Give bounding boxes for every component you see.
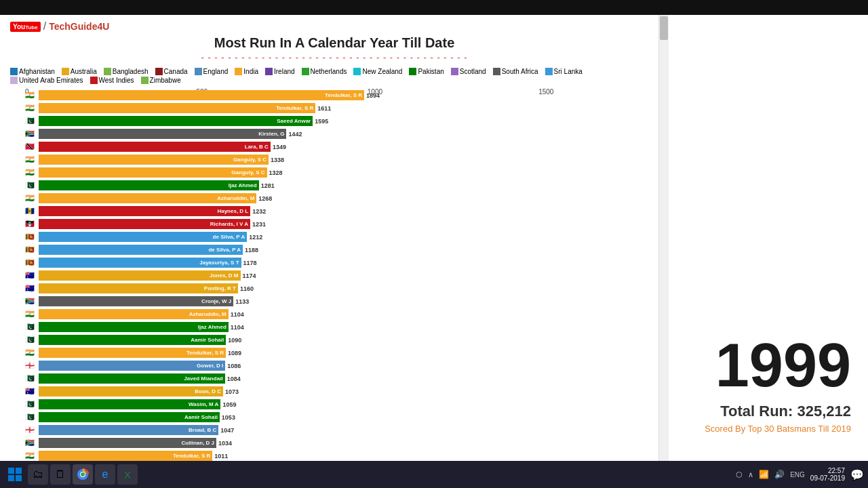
tray-notification-icon[interactable]: 💬 xyxy=(850,468,864,481)
bar-flag: 🏴󠁧󠁢󠁥󠁮󠁧󠁿 xyxy=(25,361,37,370)
bar-player-label: Ponting, R T xyxy=(204,285,238,291)
legend-color-bangladesh xyxy=(104,68,111,75)
bar-player-label: Ganguly, S C xyxy=(233,157,269,163)
bar-row: 🇵🇰Aamir Sohail1090 xyxy=(25,334,658,346)
bar-flag: 🇮🇳 xyxy=(25,194,37,203)
bar-value-label: 1232 xyxy=(252,208,266,215)
bar-value-label: 1894 xyxy=(366,92,380,99)
taskbar-icon-file[interactable]: 🗂 xyxy=(28,464,48,485)
clock-time: 22:57 xyxy=(828,467,845,474)
bar-fill: Haynes, D L xyxy=(39,206,250,216)
bar-flag: 🇦🇬 xyxy=(25,220,37,228)
legend-item-bangladesh: Bangladesh xyxy=(104,68,149,75)
taskbar-icon-onenote[interactable]: 🗒 xyxy=(50,464,71,485)
bar-value-label: 1442 xyxy=(288,131,302,138)
bar-fill: Wasim, M A xyxy=(39,399,220,409)
bar-row: 🇵🇰Aamir Sohail1053 xyxy=(25,411,658,423)
bar-flag: 🇱🇰 xyxy=(25,245,37,254)
bar-fill: Azharuddin, M xyxy=(39,193,256,203)
bar-fill: Ganguly, S C xyxy=(39,167,267,178)
bar-player-label: Lara, B C xyxy=(245,144,271,150)
bar-row: 🇦🇺Ponting, R T1160 xyxy=(25,283,658,294)
legend-color-pakistan xyxy=(409,68,416,75)
bar-value-label: 1174 xyxy=(243,272,256,279)
legend: Afghanistan Australia Bangladesh Canada … xyxy=(10,68,658,84)
bar-player-label: Richards, I V A xyxy=(210,221,250,227)
bar-fill: Gower, D I xyxy=(39,361,225,371)
bar-row: 🇮🇳Tendulkar, S R1011 xyxy=(25,450,658,461)
legend-color-uae xyxy=(10,77,18,84)
bar-row: 🇿🇦Cullinan, D J1034 xyxy=(25,437,658,449)
legend-color-westindies xyxy=(90,77,98,84)
bar-value-label: 1034 xyxy=(218,440,232,447)
legend-color-india xyxy=(235,68,242,75)
taskbar-icon-ie[interactable]: e xyxy=(95,464,115,485)
svg-rect-0 xyxy=(8,468,14,474)
bar-value-label: 1073 xyxy=(225,388,239,395)
bar-value-label: 1281 xyxy=(261,182,275,189)
yt-logo: YouTube xyxy=(10,22,41,32)
bar-fill: Azharuddin, M xyxy=(39,309,229,319)
start-button[interactable] xyxy=(4,464,26,485)
bar-fill: Boon, D C xyxy=(39,386,223,396)
bar-value-label: 1611 xyxy=(317,105,331,112)
bar-row: 🇮🇳Azharuddin, M1104 xyxy=(25,308,658,320)
scrollbar-thumb[interactable] xyxy=(660,16,668,40)
chrome-icon xyxy=(77,468,89,481)
bar-row: 🇿🇦Kirsten, G1442 xyxy=(25,128,658,140)
bar-player-label: Jayasuriya, S T xyxy=(199,260,241,266)
bar-row: 🇦🇬Richards, I V A1231 xyxy=(25,218,658,230)
bar-value-label: 1188 xyxy=(245,247,258,253)
taskbar-icon-excel[interactable]: X xyxy=(117,464,138,485)
bar-row: 🏴󠁧󠁢󠁥󠁮󠁧󠁿Gower, D I1086 xyxy=(25,360,658,371)
bar-fill: Aamir Sohail xyxy=(39,335,226,345)
bar-fill: Jones, D M xyxy=(39,270,241,281)
scrollbar[interactable] xyxy=(658,15,668,461)
bar-row: 🇱🇰Jayasuriya, S T1178 xyxy=(25,257,658,268)
bar-row: 🇱🇰de Silva, P A1188 xyxy=(25,244,658,256)
bar-row: 🇵🇰Ijaz Ahmed1281 xyxy=(25,180,658,191)
bar-value-label: 1160 xyxy=(240,285,254,292)
bar-value-label: 1084 xyxy=(227,375,241,382)
legend-color-zimbabwe xyxy=(141,77,149,84)
bar-row: 🇱🇰de Silva, P A1212 xyxy=(25,231,658,243)
bar-fill: Tendulkar, S R xyxy=(39,103,315,113)
bar-player-label: Kirsten, G xyxy=(258,131,286,137)
legend-color-newzealand xyxy=(353,68,361,75)
bar-fill: Jayasuriya, S T xyxy=(39,258,241,268)
bar-row: 🇮🇳Ganguly, S C1338 xyxy=(25,154,658,165)
legend-item-srilanka: Sri Lanka xyxy=(545,68,583,75)
bar-value-label: 1089 xyxy=(228,350,241,357)
bar-value-label: 1059 xyxy=(222,401,236,408)
bar-flag: 🇦🇺 xyxy=(25,387,37,396)
bar-row: 🇮🇳Tendulkar, S R1894 xyxy=(25,89,658,101)
top-bar xyxy=(0,0,868,15)
bar-player-label: Jones, D M xyxy=(210,272,240,279)
bar-player-label: Gower, D I xyxy=(197,363,225,369)
bar-fill: Ijaz Ahmed xyxy=(39,322,229,332)
slash-divider: / xyxy=(43,20,46,33)
bar-fill: Tendulkar, S R xyxy=(39,348,226,358)
tray-chevron: ∧ xyxy=(748,470,753,479)
legend-item-newzealand: New Zealand xyxy=(353,68,402,75)
channel-name: TechGuide4U xyxy=(49,21,109,32)
bar-fill: de Silva, P A xyxy=(39,245,243,255)
bar-flag: 🇦🇺 xyxy=(25,284,37,293)
bar-row: 🇮🇳Tendulkar, S R1611 xyxy=(25,102,658,114)
bar-fill: Tendulkar, S R xyxy=(39,90,364,100)
bar-player-label: Aamir Sohail xyxy=(184,414,220,420)
bar-flag: 🇮🇳 xyxy=(25,348,37,357)
bar-flag: 🏴󠁧󠁢󠁥󠁮󠁧󠁿 xyxy=(25,426,37,434)
logo-area: YouTube / TechGuide4U xyxy=(10,20,658,33)
bar-player-label: Tendulkar, S R xyxy=(325,92,364,98)
bar-fill: Kirsten, G xyxy=(39,129,286,139)
subtitle-dashes: - - - - - - - - - - - - - - - - - - - - … xyxy=(10,52,658,62)
bar-fill: Lara, B C xyxy=(39,142,271,152)
legend-item-uae: United Arab Emirates xyxy=(10,77,83,84)
bar-player-label: de Silva, P A xyxy=(213,234,248,240)
svg-point-6 xyxy=(81,472,85,476)
taskbar-icon-chrome[interactable] xyxy=(73,464,93,485)
bar-row: 🇮🇳Ganguly, S C1328 xyxy=(25,167,658,178)
bar-flag: 🇵🇰 xyxy=(25,374,37,383)
legend-color-england xyxy=(195,68,202,75)
